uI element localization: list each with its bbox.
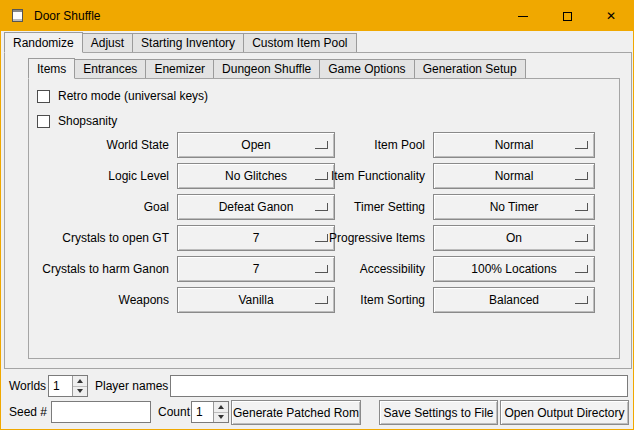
count-input[interactable] <box>192 402 213 422</box>
item-sorting-dropdown[interactable]: Balanced <box>433 287 595 313</box>
timer-setting-value: No Timer <box>490 200 539 214</box>
left-options-column: World State Open Logic Level No Glitches… <box>37 129 335 315</box>
count-spinbox <box>191 401 229 423</box>
spin-down-icon <box>218 415 224 419</box>
window-controls: ✕ <box>501 1 633 31</box>
item-pool-label: Item Pool <box>297 138 425 152</box>
multiworld-row: Worlds Player names <box>1 374 633 399</box>
minimize-icon <box>518 16 528 17</box>
crystals-open-gt-label: Crystals to open GT <box>37 231 169 245</box>
goal-label: Goal <box>37 200 169 214</box>
count-label: Count <box>158 400 190 424</box>
dropdown-indicator-icon <box>575 141 588 149</box>
item-pool-row: Item Pool Normal <box>297 129 597 160</box>
item-functionality-value: Normal <box>495 169 534 183</box>
worlds-spin-arrows <box>72 376 87 396</box>
crystals-harm-ganon-row: Crystals to harm Ganon 7 <box>37 253 335 284</box>
maximize-button[interactable] <box>545 1 589 31</box>
app-icon-glyph <box>12 9 23 22</box>
dropdown-indicator-icon <box>575 234 588 242</box>
worlds-spin-down-button[interactable] <box>73 387 87 397</box>
app-icon[interactable] <box>10 8 26 24</box>
tab-game-options[interactable]: Game Options <box>319 59 414 78</box>
tab-dungeon-shuffle[interactable]: Dungeon Shuffle <box>213 59 320 78</box>
weapons-label: Weapons <box>37 293 169 307</box>
dropdown-indicator-icon <box>575 172 588 180</box>
item-functionality-label: Item Functionality <box>297 169 425 183</box>
title-bar: Door Shuffle ✕ <box>1 1 633 31</box>
randomize-sub-tab-bar: Items Entrances Enemizer Dungeon Shuffle… <box>28 58 525 79</box>
weapons-value: Vanilla <box>238 293 273 307</box>
item-functionality-dropdown[interactable]: Normal <box>433 163 595 189</box>
timer-setting-dropdown[interactable]: No Timer <box>433 194 595 220</box>
retro-mode-row: Retro mode (universal keys) <box>37 87 208 105</box>
player-names-input[interactable] <box>170 375 628 397</box>
worlds-input[interactable] <box>49 376 72 396</box>
spin-up-icon <box>77 379 83 383</box>
tab-entrances[interactable]: Entrances <box>74 59 146 78</box>
world-state-value: Open <box>241 138 270 152</box>
tab-randomize[interactable]: Randomize <box>4 32 83 53</box>
dropdown-indicator-icon <box>575 265 588 273</box>
close-button[interactable]: ✕ <box>589 1 633 31</box>
crystals-harm-ganon-value: 7 <box>253 262 260 276</box>
items-panel: Retro mode (universal keys) Shopsanity W… <box>28 78 620 359</box>
spin-up-icon <box>218 405 224 409</box>
accessibility-row: Accessibility 100% Locations <box>297 253 597 284</box>
logic-level-value: No Glitches <box>225 169 287 183</box>
world-state-label: World State <box>37 138 169 152</box>
world-state-row: World State Open <box>37 129 335 160</box>
accessibility-label: Accessibility <box>297 262 425 276</box>
item-functionality-row: Item Functionality Normal <box>297 160 597 191</box>
crystals-harm-ganon-label: Crystals to harm Ganon <box>37 262 169 276</box>
right-options-column: Item Pool Normal Item Functionality Norm… <box>297 129 597 315</box>
close-icon: ✕ <box>606 10 616 22</box>
seed-label: Seed # <box>9 400 47 424</box>
logic-level-label: Logic Level <box>37 169 169 183</box>
progressive-items-row: Progressive Items On <box>297 222 597 253</box>
count-spin-down-button[interactable] <box>214 413 228 423</box>
tab-items[interactable]: Items <box>28 58 75 79</box>
worlds-label: Worlds <box>9 374 46 398</box>
count-spin-up-button[interactable] <box>214 402 228 413</box>
shopsanity-checkbox[interactable] <box>37 115 50 128</box>
crystals-open-gt-value: 7 <box>253 231 260 245</box>
player-names-label: Player names <box>95 374 168 398</box>
generate-row: Seed # Count Generate Patched Rom Save S… <box>1 400 633 425</box>
timer-setting-row: Timer Setting No Timer <box>297 191 597 222</box>
item-pool-dropdown[interactable]: Normal <box>433 132 595 158</box>
goal-row: Goal Defeat Ganon <box>37 191 335 222</box>
item-sorting-value: Balanced <box>489 293 539 307</box>
progressive-items-label: Progressive Items <box>297 231 425 245</box>
progressive-items-value: On <box>506 231 522 245</box>
logic-level-row: Logic Level No Glitches <box>37 160 335 191</box>
maximize-icon <box>563 12 572 21</box>
progressive-items-dropdown[interactable]: On <box>433 225 595 251</box>
generate-patched-rom-button[interactable]: Generate Patched Rom <box>231 400 361 425</box>
minimize-button[interactable] <box>501 1 545 31</box>
timer-setting-label: Timer Setting <box>297 200 425 214</box>
goal-value: Defeat Ganon <box>219 200 294 214</box>
dropdown-indicator-icon <box>575 296 588 304</box>
save-settings-button[interactable]: Save Settings to File <box>379 400 498 425</box>
tab-starting-inventory[interactable]: Starting Inventory <box>132 33 244 52</box>
main-tab-bar: Randomize Adjust Starting Inventory Cust… <box>4 32 356 53</box>
item-sorting-row: Item Sorting Balanced <box>297 284 597 315</box>
tab-custom-item-pool[interactable]: Custom Item Pool <box>243 33 356 52</box>
seed-input[interactable] <box>51 401 151 423</box>
crystals-open-gt-row: Crystals to open GT 7 <box>37 222 335 253</box>
app-window: Door Shuffle ✕ Randomize Adjust Starting… <box>0 0 634 430</box>
worlds-spin-up-button[interactable] <box>73 376 87 387</box>
open-output-directory-button[interactable]: Open Output Directory <box>500 400 629 425</box>
shopsanity-row: Shopsanity <box>37 112 117 130</box>
count-spin-arrows <box>213 402 228 422</box>
retro-mode-checkbox[interactable] <box>37 90 50 103</box>
window-title: Door Shuffle <box>34 9 101 23</box>
accessibility-dropdown[interactable]: 100% Locations <box>433 256 595 282</box>
worlds-spinbox <box>48 375 88 397</box>
tab-adjust[interactable]: Adjust <box>82 33 133 52</box>
accessibility-value: 100% Locations <box>471 262 556 276</box>
tab-enemizer[interactable]: Enemizer <box>145 59 214 78</box>
tab-generation-setup[interactable]: Generation Setup <box>414 59 526 78</box>
spin-down-icon <box>77 389 83 393</box>
